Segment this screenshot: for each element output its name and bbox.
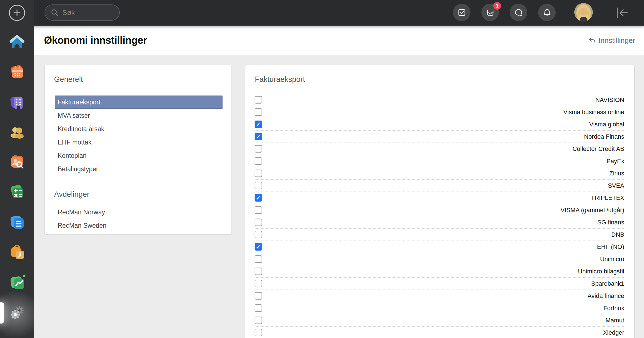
- checkbox[interactable]: [255, 206, 262, 214]
- checkbox[interactable]: [255, 219, 262, 226]
- avatar-image: [574, 3, 593, 21]
- checkbox[interactable]: [255, 317, 262, 324]
- checkbox[interactable]: [255, 170, 262, 177]
- inbox-button[interactable]: 1: [481, 4, 499, 21]
- chat-icon: [514, 8, 523, 17]
- sidebar: [0, 0, 34, 338]
- row-label: Nordea Finans: [584, 133, 624, 140]
- checkbox[interactable]: [255, 96, 262, 104]
- row-label: VISMA (gammel /utgår): [560, 207, 624, 214]
- collapse-sidebar-button[interactable]: [615, 7, 630, 19]
- calendar-icon: [8, 63, 26, 81]
- checkbox[interactable]: ✓: [255, 243, 262, 251]
- checkbox[interactable]: [255, 231, 262, 238]
- export-row: VISMA (gammel /utgår): [255, 204, 624, 216]
- row-label: Avida finance: [587, 292, 624, 300]
- inbox-icon: [486, 8, 495, 17]
- search-icon: [51, 9, 58, 16]
- row-label: DNB: [611, 231, 624, 238]
- topbar-actions: 1: [453, 4, 556, 21]
- active-indicator: [0, 302, 4, 324]
- page-header: Økonomi innstillinger Innstillinger: [34, 26, 644, 55]
- page-title: Økonomi innstillinger: [44, 35, 147, 46]
- menu-item-kreditnota-rsak[interactable]: Kreditnota årsak: [55, 122, 223, 136]
- checkbox[interactable]: [255, 292, 262, 300]
- checkbox[interactable]: [255, 157, 262, 165]
- row-label: Mamut: [606, 317, 624, 324]
- sidebar-item-people[interactable]: [8, 123, 26, 141]
- sidebar-item-chart[interactable]: [8, 273, 26, 291]
- checkbox[interactable]: ✓: [255, 133, 262, 140]
- checkbox[interactable]: [255, 304, 262, 312]
- invoice-export-card: Fakturaeksport NAVISIONVisma business on…: [245, 65, 635, 338]
- content: Generelt FakturaeksportMVA satserKreditn…: [34, 55, 644, 338]
- checkbox[interactable]: ✓: [255, 194, 262, 202]
- checkbox[interactable]: [255, 280, 262, 287]
- checkbox[interactable]: [255, 145, 262, 153]
- departments-menu: RecMan NorwayRecMan Sweden: [45, 205, 231, 232]
- building-icon: [8, 93, 26, 111]
- topbar: 1: [0, 0, 644, 26]
- export-row: ✓Visma global: [255, 118, 624, 131]
- document-icon: [8, 213, 26, 231]
- checkbox[interactable]: [255, 182, 262, 189]
- notifications-button[interactable]: [538, 4, 556, 21]
- export-row: PayEx: [255, 155, 624, 167]
- department-item-recman-norway[interactable]: RecMan Norway: [55, 205, 223, 219]
- row-label: PayEx: [606, 158, 624, 165]
- export-row: DNB: [255, 229, 624, 241]
- row-label: Zirius: [609, 170, 624, 177]
- search-bar: [45, 4, 120, 21]
- departments-section-title: Avdelinger: [45, 176, 231, 199]
- sidebar-item-settings[interactable]: [8, 303, 26, 321]
- sidebar-item-person-search[interactable]: [8, 153, 26, 171]
- export-row: Unimicro: [255, 253, 624, 265]
- export-card-title: Fakturaeksport: [245, 65, 634, 84]
- checkbox[interactable]: [255, 329, 262, 336]
- export-row: SVEA: [255, 180, 624, 192]
- menu-item-fakturaeksport[interactable]: Fakturaeksport: [55, 95, 223, 109]
- sidebar-item-building[interactable]: [8, 93, 26, 111]
- export-row: Xledger: [255, 327, 624, 338]
- menu-item-mva-satser[interactable]: MVA satser: [55, 109, 223, 122]
- back-link-label: Innstillinger: [598, 36, 635, 45]
- sidebar-item-bag-clock[interactable]: [8, 243, 26, 261]
- bag-clock-icon: [8, 243, 26, 261]
- checkbox[interactable]: [255, 255, 262, 263]
- row-label: SVEA: [608, 182, 624, 189]
- checkbox[interactable]: [255, 268, 262, 275]
- export-row: Zirius: [255, 167, 624, 180]
- export-row: Fortnox: [255, 302, 624, 314]
- checkbox[interactable]: [255, 108, 262, 116]
- person-search-icon: [8, 153, 26, 171]
- tasks-button[interactable]: [453, 4, 470, 21]
- row-label: Fortnox: [603, 305, 624, 312]
- avatar[interactable]: [574, 3, 593, 21]
- menu-item-betalingstyper[interactable]: Betalingstyper: [55, 162, 223, 176]
- back-to-settings-link[interactable]: Innstillinger: [588, 26, 635, 55]
- export-row: NAVISION: [255, 94, 624, 106]
- people-icon: [8, 123, 26, 141]
- sidebar-nav: [0, 33, 34, 321]
- search-input[interactable]: [62, 9, 152, 17]
- menu-item-ehf-mottak[interactable]: EHF mottak: [55, 136, 223, 149]
- row-label: Unimicro bilagsfil: [578, 268, 624, 275]
- back-arrow-icon: [588, 37, 596, 44]
- export-row: Mamut: [255, 314, 624, 327]
- sidebar-item-document[interactable]: [8, 213, 26, 231]
- department-item-recman-sweden[interactable]: RecMan Sweden: [55, 219, 223, 232]
- row-label: Unimicro: [600, 256, 624, 263]
- home-icon: [8, 33, 26, 51]
- sidebar-item-home[interactable]: [8, 33, 26, 51]
- chat-button[interactable]: [510, 4, 527, 21]
- notifications-icon: [542, 8, 552, 17]
- calculator-icon: [8, 183, 26, 201]
- collapse-arrow-icon: [615, 7, 630, 19]
- sidebar-item-calculator[interactable]: [8, 183, 26, 201]
- add-new-button[interactable]: [9, 5, 25, 21]
- checkbox[interactable]: ✓: [255, 121, 262, 128]
- sidebar-item-calendar[interactable]: [8, 63, 26, 81]
- export-rows: NAVISIONVisma business online✓Visma glob…: [245, 94, 634, 338]
- menu-item-kontoplan[interactable]: Kontoplan: [55, 149, 223, 162]
- export-row: Avida finance: [255, 290, 624, 302]
